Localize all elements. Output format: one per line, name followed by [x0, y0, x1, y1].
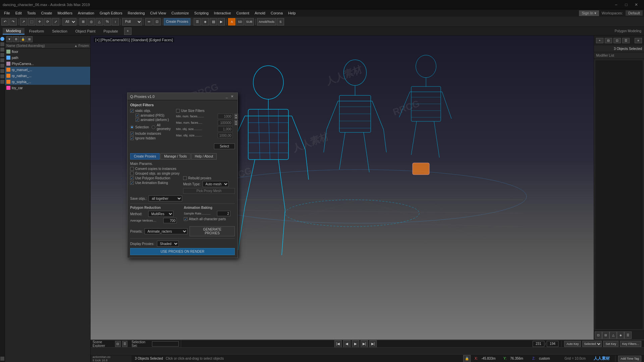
max-faces-input[interactable]: [218, 120, 233, 125]
current-frame-input[interactable]: [533, 341, 544, 347]
avg-vertices-input[interactable]: [163, 218, 177, 223]
rp-btn-1[interactable]: +: [596, 38, 603, 43]
check-convert-copies[interactable]: Convert copies to instances: [130, 167, 235, 171]
use-proxies-btn[interactable]: USE PROXIES ON RENDER: [130, 248, 235, 255]
undo-button[interactable]: ↶: [1, 18, 9, 25]
render-setup-btn[interactable]: ▤: [210, 18, 217, 25]
move-button[interactable]: ✛: [36, 18, 43, 25]
left-icon-2[interactable]: [0, 42, 4, 46]
radio-all-geometry[interactable]: All geometry: [152, 123, 171, 131]
rp-tab-3[interactable]: △: [609, 331, 617, 339]
snap-btn[interactable]: ◎: [88, 18, 95, 25]
view-dropdown[interactable]: Poll: [122, 18, 142, 25]
corona-s-btn[interactable]: S: [277, 18, 284, 25]
max-size-input[interactable]: [218, 133, 233, 138]
menu-modifiers[interactable]: Modifiers: [55, 10, 75, 16]
sample-rate-input[interactable]: [217, 211, 230, 216]
dialog-close-btn[interactable]: ✕: [229, 94, 235, 99]
scene-expand-btn[interactable]: ⊞: [26, 36, 33, 42]
tab-freeform[interactable]: Freeform: [26, 28, 48, 34]
menu-content[interactable]: Content: [234, 10, 252, 16]
generate-proxies-btn[interactable]: GENERATE PROXIES: [190, 226, 235, 236]
spinner-snap-btn[interactable]: ↕: [112, 18, 119, 25]
scene-filter-btn[interactable]: ▼: [6, 36, 12, 42]
left-icon-8[interactable]: [0, 74, 4, 78]
scene-item-physcamera[interactable]: PhysCamera...: [5, 61, 90, 67]
scene-item-rp-manuel[interactable]: rp_manuel_...: [5, 67, 90, 73]
mesh-type-select[interactable]: Auto mesh: [203, 181, 229, 187]
left-icon-6[interactable]: [0, 64, 4, 68]
rp-tab-2[interactable]: ⊟: [602, 331, 609, 339]
rp-btn-4[interactable]: ☰: [622, 38, 630, 43]
menu-customize[interactable]: Customize: [169, 10, 192, 16]
goto-start-btn[interactable]: |◀: [334, 340, 342, 348]
display-proxies-select[interactable]: Shaded: [157, 241, 179, 247]
sign-in-button[interactable]: Sign In ▾: [579, 10, 599, 16]
angle-snap-btn[interactable]: △: [96, 18, 103, 25]
tab-manage-tools[interactable]: Manage / Tools: [160, 153, 191, 160]
select-button[interactable]: ↗: [20, 18, 27, 25]
check-include-instances[interactable]: Include instances: [130, 132, 171, 135]
play-btn[interactable]: ▶: [352, 340, 359, 348]
layer-btn[interactable]: ⊞: [79, 18, 87, 25]
scene-item-toycar[interactable]: toy_car: [5, 85, 90, 91]
rp-tab-1[interactable]: ⊡: [595, 331, 602, 339]
rp-btn-5[interactable]: ≡: [635, 38, 642, 43]
tab-add-btn[interactable]: +: [124, 27, 131, 35]
check-use-polygon-reduction[interactable]: Use Polygon Reduction: [130, 176, 182, 180]
rp-btn-3[interactable]: ⊡: [613, 38, 621, 43]
check-rebuild-proxies[interactable]: Rebuild proxies: [183, 176, 235, 180]
tab-object-paint[interactable]: Object Paint: [72, 28, 99, 34]
minimize-button[interactable]: –: [611, 1, 621, 8]
check-use-size-filters[interactable]: Use Size Filters: [176, 109, 238, 113]
scale-button[interactable]: ⤢: [52, 18, 59, 25]
percent-snap-btn[interactable]: %: [104, 18, 111, 25]
presets-select[interactable]: Animate_racters: [145, 228, 188, 234]
key-filters-btn[interactable]: Key Filters...: [620, 341, 641, 347]
min-faces-input[interactable]: [218, 114, 233, 119]
goto-end-btn[interactable]: ▶|: [369, 340, 377, 348]
left-icon-1[interactable]: [0, 37, 4, 41]
check-static-objs[interactable]: static objs.: [130, 109, 171, 113]
tab-help-about[interactable]: Help / About: [191, 153, 217, 160]
check-attach-all[interactable]: Attach all character parts: [184, 217, 235, 221]
create-selection-set-button[interactable]: Create Proxies: [164, 18, 191, 25]
rp-tab-4[interactable]: ◈: [617, 331, 624, 339]
menu-create[interactable]: Create: [38, 10, 55, 16]
check-use-anim-baking[interactable]: Use Animation Baking: [130, 181, 182, 185]
menu-edit[interactable]: Edit: [13, 10, 24, 16]
left-icon-bottom[interactable]: [0, 357, 4, 361]
menu-help[interactable]: Help: [285, 10, 299, 16]
rp-tab-5[interactable]: ☰: [624, 331, 632, 339]
select-button[interactable]: Select: [214, 143, 235, 149]
menu-scripting[interactable]: Scripting: [192, 10, 211, 16]
left-icon-9[interactable]: [0, 80, 4, 84]
add-time-tag-btn[interactable]: Add Time Tag: [618, 356, 641, 362]
min-size-input[interactable]: [218, 126, 233, 132]
material-editor-btn[interactable]: ◈: [202, 18, 209, 25]
close-button[interactable]: ✕: [631, 1, 641, 8]
render-btn[interactable]: ▶: [218, 18, 225, 25]
tab-modeling[interactable]: Modeling: [3, 28, 24, 35]
set-key-btn[interactable]: Set Key: [603, 341, 619, 347]
rotate-button[interactable]: ⟳: [44, 18, 51, 25]
prev-frame-btn[interactable]: ◀: [343, 340, 351, 348]
sub-btn[interactable]: SUB: [245, 18, 254, 25]
menu-corona[interactable]: Corona: [268, 10, 285, 16]
tab-populate[interactable]: Populate: [100, 28, 121, 34]
align-btn[interactable]: ⇔: [145, 18, 153, 25]
workspace-default[interactable]: Default: [626, 10, 643, 16]
left-icon-3[interactable]: [0, 48, 4, 52]
mirror-btn[interactable]: ⊡: [153, 18, 161, 25]
radio-selection[interactable]: Selection: [130, 125, 149, 129]
menu-tools[interactable]: Tools: [24, 10, 39, 16]
arnold-btn[interactable]: A: [228, 18, 235, 25]
selection-set-input[interactable]: [152, 341, 179, 347]
save-objs-select[interactable]: all together: [149, 195, 182, 201]
left-icon-5[interactable]: [0, 58, 4, 62]
tab-create-proxies[interactable]: Create Proxies: [130, 153, 160, 160]
menu-animation[interactable]: Animation: [75, 10, 97, 16]
status-lock-btn[interactable]: 🔒: [463, 355, 471, 362]
menu-interactive[interactable]: Interactive: [211, 10, 234, 16]
redo-button[interactable]: ↷: [9, 18, 17, 25]
